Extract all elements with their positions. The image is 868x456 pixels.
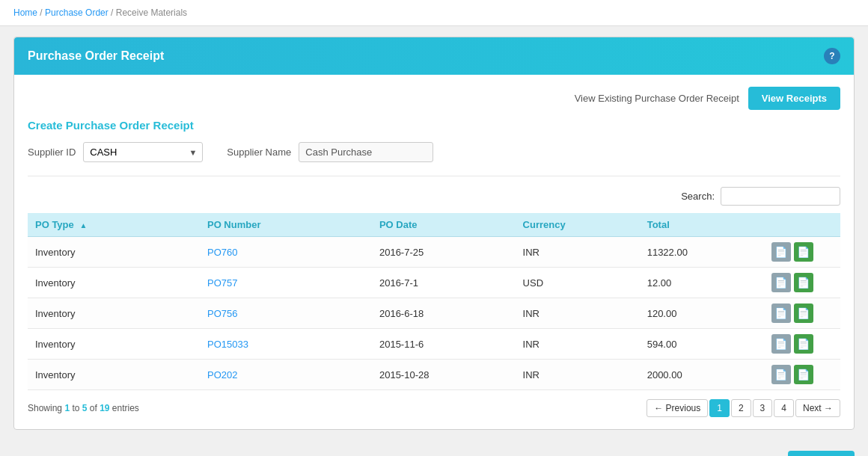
search-input[interactable] xyxy=(721,187,840,206)
view-doc-button[interactable]: 📄 xyxy=(771,365,791,384)
receive-button[interactable]: 📄 xyxy=(794,365,813,384)
showing-to: 5 xyxy=(82,403,88,413)
help-icon[interactable]: ? xyxy=(824,48,840,64)
col-header-po-date[interactable]: PO Date xyxy=(372,213,516,237)
cell-total: 594.00 xyxy=(640,329,764,360)
cell-po-number: PO202 xyxy=(200,360,372,390)
receive-button[interactable]: 📄 xyxy=(794,242,813,262)
cell-actions: 📄 📄 xyxy=(764,329,840,360)
search-row: Search: xyxy=(28,187,840,206)
view-doc-button[interactable]: 📄 xyxy=(771,273,791,292)
view-doc-button[interactable]: 📄 xyxy=(771,242,791,262)
view-doc-button[interactable]: 📄 xyxy=(771,304,791,323)
table-row: InventoryPO7572016-7-1USD12.00 📄 📄 xyxy=(28,268,840,298)
cell-currency: USD xyxy=(516,268,640,298)
cell-po-type: Inventory xyxy=(28,268,200,298)
showing-text: Showing 1 to 5 of 19 entries xyxy=(28,403,139,413)
cell-currency: INR xyxy=(516,298,640,329)
po-number-link[interactable]: PO757 xyxy=(207,277,237,289)
pagination-row: Showing 1 to 5 of 19 entries ← Previous … xyxy=(28,399,840,417)
cell-total: 120.00 xyxy=(640,298,764,329)
page-title: Purchase Order Receipt xyxy=(28,49,164,63)
supplier-id-label: Supplier ID xyxy=(28,147,76,158)
col-header-actions xyxy=(764,213,840,237)
col-header-currency[interactable]: Currency xyxy=(516,213,640,237)
showing-of: 19 xyxy=(100,403,109,413)
cell-total: 11322.00 xyxy=(640,237,764,268)
cell-total: 2000.00 xyxy=(640,360,764,390)
supplier-name-group: Supplier Name xyxy=(227,142,433,162)
cell-actions: 📄 📄 xyxy=(764,268,840,298)
search-label: Search: xyxy=(681,191,715,202)
prev-page-button[interactable]: ← Previous xyxy=(647,399,708,417)
breadcrumb-purchase-order[interactable]: Purchase Order xyxy=(45,7,109,18)
cell-po-date: 2015-10-28 xyxy=(372,360,516,390)
cell-currency: INR xyxy=(516,329,640,360)
sort-icon-po-type: ▲ xyxy=(79,221,87,229)
cell-po-date: 2015-11-6 xyxy=(372,329,516,360)
cell-po-date: 2016-6-18 xyxy=(372,298,516,329)
cell-po-number: PO756 xyxy=(200,298,372,329)
table-body: InventoryPO7602016-7-25INR11322.00 📄 📄 I… xyxy=(28,237,840,390)
po-number-link[interactable]: PO760 xyxy=(207,247,237,258)
cell-currency: INR xyxy=(516,360,640,390)
cell-po-number: PO15033 xyxy=(200,329,372,360)
col-header-po-type[interactable]: PO Type ▲ xyxy=(28,213,200,237)
section-title: Create Purchase Order Receipt xyxy=(28,119,840,132)
supplier-id-group: Supplier ID CASH ▼ xyxy=(28,142,203,162)
top-action-row: View Existing Purchase Order Receipt Vie… xyxy=(28,87,840,110)
table-row: InventoryPO2022015-10-28INR2000.00 📄 📄 xyxy=(28,360,840,390)
cell-actions: 📄 📄 xyxy=(764,298,840,329)
action-btns: 📄 📄 xyxy=(771,273,833,292)
data-table: PO Type ▲ PO Number PO Date Currency Tot… xyxy=(28,213,840,390)
divider xyxy=(28,176,840,176)
action-btns: 📄 📄 xyxy=(771,304,833,323)
table-header: PO Type ▲ PO Number PO Date Currency Tot… xyxy=(28,213,840,237)
cell-po-type: Inventory xyxy=(28,237,200,268)
content-area: View Existing Purchase Order Receipt Vie… xyxy=(14,75,854,429)
back-button[interactable]: Back xyxy=(788,451,855,456)
page-button-4[interactable]: 4 xyxy=(774,399,794,417)
page-button-2[interactable]: 2 xyxy=(731,399,751,417)
cell-po-number: PO757 xyxy=(200,268,372,298)
cell-po-date: 2016-7-25 xyxy=(372,237,516,268)
col-header-po-number[interactable]: PO Number xyxy=(200,213,372,237)
showing-from: 1 xyxy=(64,403,70,413)
supplier-name-label: Supplier Name xyxy=(227,147,291,158)
receive-button[interactable]: 📄 xyxy=(794,273,813,292)
cell-currency: INR xyxy=(516,237,640,268)
cell-po-type: Inventory xyxy=(28,298,200,329)
footer-area: Back xyxy=(0,440,868,456)
view-existing-text: View Existing Purchase Order Receipt xyxy=(575,93,739,104)
table-row: InventoryPO7602016-7-25INR11322.00 📄 📄 xyxy=(28,237,840,268)
po-number-link[interactable]: PO202 xyxy=(207,369,237,380)
page-button-1[interactable]: 1 xyxy=(709,399,730,417)
form-row: Supplier ID CASH ▼ Supplier Name xyxy=(28,142,840,162)
breadcrumb-current: Receive Materials xyxy=(116,7,187,18)
breadcrumb-home[interactable]: Home xyxy=(13,7,37,18)
page-header: Purchase Order Receipt ? xyxy=(14,37,854,75)
page-button-3[interactable]: 3 xyxy=(753,399,773,417)
cell-total: 12.00 xyxy=(640,268,764,298)
action-btns: 📄 📄 xyxy=(771,365,833,384)
view-doc-button[interactable]: 📄 xyxy=(771,334,791,354)
view-receipts-button[interactable]: View Receipts xyxy=(748,87,840,110)
pagination-buttons: ← Previous 1 2 3 4 Next → xyxy=(647,399,840,417)
receive-button[interactable]: 📄 xyxy=(794,334,813,354)
col-header-total[interactable]: Total xyxy=(640,213,764,237)
supplier-id-select[interactable]: CASH xyxy=(83,142,203,162)
po-number-link[interactable]: PO756 xyxy=(207,308,237,319)
cell-po-number: PO760 xyxy=(200,237,372,268)
cell-po-type: Inventory xyxy=(28,360,200,390)
supplier-name-input[interactable] xyxy=(299,142,433,162)
action-btns: 📄 📄 xyxy=(771,334,833,354)
cell-po-date: 2016-7-1 xyxy=(372,268,516,298)
action-btns: 📄 📄 xyxy=(771,242,833,262)
supplier-select-wrapper: CASH ▼ xyxy=(83,142,203,162)
table-row: InventoryPO150332015-11-6INR594.00 📄 📄 xyxy=(28,329,840,360)
po-number-link[interactable]: PO15033 xyxy=(207,339,248,350)
cell-po-type: Inventory xyxy=(28,329,200,360)
table-row: InventoryPO7562016-6-18INR120.00 📄 📄 xyxy=(28,298,840,329)
next-page-button[interactable]: Next → xyxy=(795,399,840,417)
receive-button[interactable]: 📄 xyxy=(794,304,813,323)
